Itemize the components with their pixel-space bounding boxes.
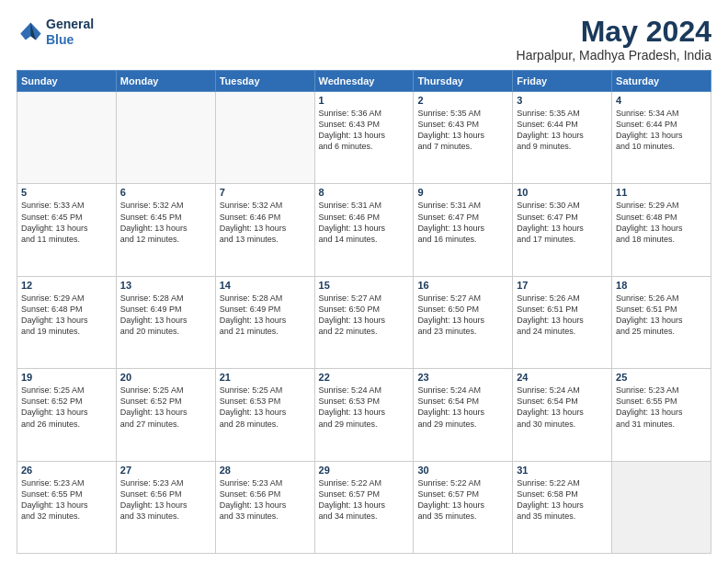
day-info: Sunrise: 5:25 AM Sunset: 6:52 PM Dayligh… <box>21 385 112 430</box>
calendar-day-cell: 6Sunrise: 5:32 AM Sunset: 6:45 PM Daylig… <box>116 184 215 276</box>
day-info: Sunrise: 5:32 AM Sunset: 6:45 PM Dayligh… <box>120 200 211 245</box>
calendar-day-cell: 7Sunrise: 5:32 AM Sunset: 6:46 PM Daylig… <box>215 184 314 276</box>
day-info: Sunrise: 5:23 AM Sunset: 6:55 PM Dayligh… <box>616 385 707 430</box>
day-number: 26 <box>21 465 112 476</box>
calendar-day-cell: 27Sunrise: 5:23 AM Sunset: 6:56 PM Dayli… <box>116 461 215 553</box>
day-info: Sunrise: 5:22 AM Sunset: 6:57 PM Dayligh… <box>417 477 508 523</box>
day-number: 17 <box>517 280 608 291</box>
day-number: 10 <box>517 187 608 198</box>
day-info: Sunrise: 5:26 AM Sunset: 6:51 PM Dayligh… <box>616 293 707 338</box>
calendar-day-cell: 11Sunrise: 5:29 AM Sunset: 6:48 PM Dayli… <box>612 184 711 276</box>
page: GeneralBlue May 2024 Harpalpur, Madhya P… <box>0 0 728 563</box>
calendar-day-cell: 29Sunrise: 5:22 AM Sunset: 6:57 PM Dayli… <box>314 461 414 553</box>
calendar-day-cell: 22Sunrise: 5:24 AM Sunset: 6:53 PM Dayli… <box>314 369 414 461</box>
day-number: 27 <box>120 465 211 476</box>
calendar-week-row: 5Sunrise: 5:33 AM Sunset: 6:45 PM Daylig… <box>17 184 711 276</box>
day-number: 13 <box>120 280 211 291</box>
calendar-day-cell: 21Sunrise: 5:25 AM Sunset: 6:53 PM Dayli… <box>215 369 314 461</box>
calendar-day-cell: 9Sunrise: 5:31 AM Sunset: 6:47 PM Daylig… <box>414 184 513 276</box>
day-info: Sunrise: 5:35 AM Sunset: 6:43 PM Dayligh… <box>417 108 508 153</box>
calendar-day-cell <box>17 92 117 184</box>
day-number: 21 <box>220 372 311 383</box>
day-number: 5 <box>21 187 112 198</box>
calendar-day-cell: 17Sunrise: 5:26 AM Sunset: 6:51 PM Dayli… <box>513 276 612 368</box>
day-number: 9 <box>417 187 508 198</box>
day-number: 24 <box>517 372 608 383</box>
calendar-day-cell <box>116 92 215 184</box>
day-number: 2 <box>417 95 508 106</box>
calendar-table: SundayMondayTuesdayWednesdayThursdayFrid… <box>17 70 711 554</box>
logo-icon <box>17 19 42 45</box>
day-number: 25 <box>616 372 707 383</box>
logo-text: GeneralBlue <box>46 17 94 48</box>
day-info: Sunrise: 5:23 AM Sunset: 6:55 PM Dayligh… <box>21 477 112 523</box>
day-info: Sunrise: 5:32 AM Sunset: 6:46 PM Dayligh… <box>220 200 311 245</box>
month-title: May 2024 <box>517 17 711 46</box>
day-info: Sunrise: 5:25 AM Sunset: 6:52 PM Dayligh… <box>120 385 211 430</box>
calendar-week-row: 19Sunrise: 5:25 AM Sunset: 6:52 PM Dayli… <box>17 369 711 461</box>
calendar-day-cell: 8Sunrise: 5:31 AM Sunset: 6:46 PM Daylig… <box>314 184 414 276</box>
logo-general: General <box>46 17 94 31</box>
calendar-day-cell: 20Sunrise: 5:25 AM Sunset: 6:52 PM Dayli… <box>116 369 215 461</box>
calendar-weekday-header: Wednesday <box>314 71 414 92</box>
calendar-weekday-header: Sunday <box>17 71 117 92</box>
calendar-day-cell: 12Sunrise: 5:29 AM Sunset: 6:48 PM Dayli… <box>17 276 117 368</box>
day-number: 29 <box>319 465 410 476</box>
calendar-day-cell <box>612 461 711 553</box>
logo: GeneralBlue <box>17 17 94 48</box>
day-info: Sunrise: 5:36 AM Sunset: 6:43 PM Dayligh… <box>319 108 410 153</box>
calendar-day-cell: 10Sunrise: 5:30 AM Sunset: 6:47 PM Dayli… <box>513 184 612 276</box>
day-number: 18 <box>616 280 707 291</box>
day-info: Sunrise: 5:31 AM Sunset: 6:47 PM Dayligh… <box>417 200 508 245</box>
day-info: Sunrise: 5:22 AM Sunset: 6:57 PM Dayligh… <box>319 477 410 523</box>
calendar-weekday-header: Thursday <box>414 71 513 92</box>
logo-blue: Blue <box>46 32 94 48</box>
calendar-day-cell: 23Sunrise: 5:24 AM Sunset: 6:54 PM Dayli… <box>414 369 513 461</box>
calendar-day-cell: 24Sunrise: 5:24 AM Sunset: 6:54 PM Dayli… <box>513 369 612 461</box>
day-info: Sunrise: 5:28 AM Sunset: 6:49 PM Dayligh… <box>120 293 211 338</box>
calendar-day-cell: 13Sunrise: 5:28 AM Sunset: 6:49 PM Dayli… <box>116 276 215 368</box>
calendar-day-cell: 18Sunrise: 5:26 AM Sunset: 6:51 PM Dayli… <box>612 276 711 368</box>
day-info: Sunrise: 5:24 AM Sunset: 6:54 PM Dayligh… <box>517 385 608 430</box>
calendar-weekday-header: Monday <box>116 71 215 92</box>
header: GeneralBlue May 2024 Harpalpur, Madhya P… <box>17 17 711 63</box>
calendar-day-cell: 1Sunrise: 5:36 AM Sunset: 6:43 PM Daylig… <box>314 92 414 184</box>
day-info: Sunrise: 5:27 AM Sunset: 6:50 PM Dayligh… <box>417 293 508 338</box>
day-info: Sunrise: 5:24 AM Sunset: 6:54 PM Dayligh… <box>417 385 508 430</box>
calendar-week-row: 26Sunrise: 5:23 AM Sunset: 6:55 PM Dayli… <box>17 461 711 553</box>
calendar-day-cell: 25Sunrise: 5:23 AM Sunset: 6:55 PM Dayli… <box>612 369 711 461</box>
day-number: 12 <box>21 280 112 291</box>
calendar-day-cell <box>215 92 314 184</box>
day-number: 23 <box>417 372 508 383</box>
calendar-header-row: SundayMondayTuesdayWednesdayThursdayFrid… <box>17 71 711 92</box>
calendar-weekday-header: Tuesday <box>215 71 314 92</box>
day-info: Sunrise: 5:22 AM Sunset: 6:58 PM Dayligh… <box>517 477 608 523</box>
day-number: 8 <box>319 187 410 198</box>
day-info: Sunrise: 5:23 AM Sunset: 6:56 PM Dayligh… <box>120 477 211 523</box>
calendar-day-cell: 3Sunrise: 5:35 AM Sunset: 6:44 PM Daylig… <box>513 92 612 184</box>
day-info: Sunrise: 5:26 AM Sunset: 6:51 PM Dayligh… <box>517 293 608 338</box>
calendar-day-cell: 26Sunrise: 5:23 AM Sunset: 6:55 PM Dayli… <box>17 461 117 553</box>
calendar-day-cell: 4Sunrise: 5:34 AM Sunset: 6:44 PM Daylig… <box>612 92 711 184</box>
day-info: Sunrise: 5:25 AM Sunset: 6:53 PM Dayligh… <box>220 385 311 430</box>
day-info: Sunrise: 5:29 AM Sunset: 6:48 PM Dayligh… <box>21 293 112 338</box>
calendar-week-row: 12Sunrise: 5:29 AM Sunset: 6:48 PM Dayli… <box>17 276 711 368</box>
calendar-day-cell: 31Sunrise: 5:22 AM Sunset: 6:58 PM Dayli… <box>513 461 612 553</box>
location: Harpalpur, Madhya Pradesh, India <box>517 48 711 63</box>
day-number: 30 <box>417 465 508 476</box>
day-number: 4 <box>616 95 707 106</box>
day-number: 19 <box>21 372 112 383</box>
day-number: 14 <box>220 280 311 291</box>
day-number: 7 <box>220 187 311 198</box>
calendar-week-row: 1Sunrise: 5:36 AM Sunset: 6:43 PM Daylig… <box>17 92 711 184</box>
day-info: Sunrise: 5:34 AM Sunset: 6:44 PM Dayligh… <box>616 108 707 153</box>
day-info: Sunrise: 5:23 AM Sunset: 6:56 PM Dayligh… <box>220 477 311 523</box>
day-number: 16 <box>417 280 508 291</box>
day-info: Sunrise: 5:28 AM Sunset: 6:49 PM Dayligh… <box>220 293 311 338</box>
calendar-day-cell: 16Sunrise: 5:27 AM Sunset: 6:50 PM Dayli… <box>414 276 513 368</box>
day-number: 6 <box>120 187 211 198</box>
calendar-day-cell: 5Sunrise: 5:33 AM Sunset: 6:45 PM Daylig… <box>17 184 117 276</box>
day-number: 11 <box>616 187 707 198</box>
header-right: May 2024 Harpalpur, Madhya Pradesh, Indi… <box>517 17 711 63</box>
calendar-weekday-header: Saturday <box>612 71 711 92</box>
